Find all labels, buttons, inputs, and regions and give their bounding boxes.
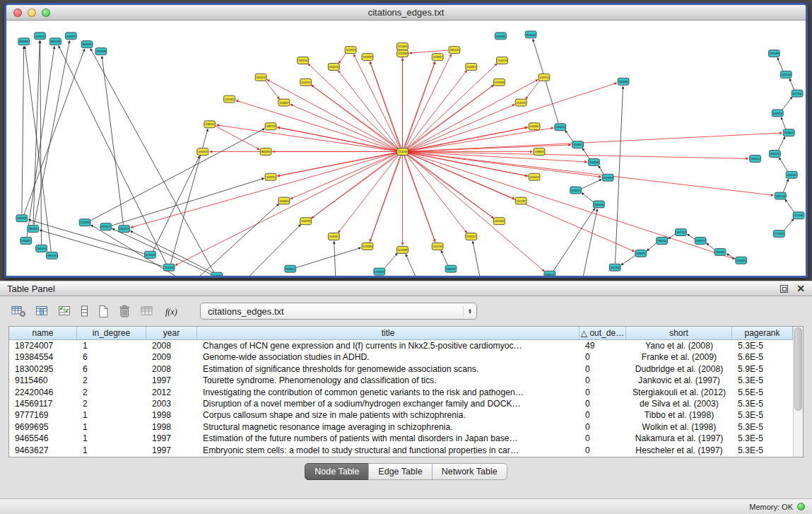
graph-node[interactable]: 20581827	[445, 265, 457, 272]
graph-node[interactable]: 20079258	[211, 272, 223, 278]
import-table-icon[interactable]	[140, 304, 155, 318]
graph-node[interactable]: 16642035	[786, 171, 797, 178]
graph-node[interactable]: 9606805	[18, 38, 30, 45]
graph-node[interactable]: 19648384	[618, 78, 629, 85]
column-header-out-de[interactable]: △ out_de…	[579, 327, 626, 340]
graph-node[interactable]: 17210345	[793, 212, 804, 219]
graph-node[interactable]: 21084697	[20, 238, 32, 245]
graph-node[interactable]: 16464213	[555, 124, 566, 131]
close-panel-icon[interactable]: ✕	[796, 284, 805, 293]
graph-node[interactable]: 19412340	[609, 264, 620, 271]
rows-icon[interactable]	[81, 304, 88, 318]
graph-node[interactable]: 10633132	[255, 74, 266, 81]
show-columns-icon[interactable]	[35, 304, 49, 318]
table-row[interactable]: 977716911998Corpus callosum shape and si…	[9, 409, 793, 421]
select-mode-icon[interactable]	[58, 304, 71, 318]
graph-node[interactable]: 10725889	[397, 246, 408, 253]
graph-node[interactable]: 21077505	[675, 229, 686, 236]
table-row[interactable]: 1938455462009Genome-wide association stu…	[9, 351, 793, 363]
graph-node[interactable]: 10441570	[328, 64, 339, 71]
graph-node[interactable]: 10196723	[35, 33, 46, 40]
table-row[interactable]: 2242004622012Investigating the contribut…	[9, 387, 793, 398]
graph-node[interactable]: 21250553	[79, 219, 90, 226]
graph-node[interactable]: 11381111	[466, 233, 477, 240]
column-header-in-degree[interactable]: in_degree	[77, 327, 146, 340]
table-selector-dropdown[interactable]: citations_edges.txt ▲▼	[200, 303, 477, 320]
graph-node[interactable]: 19412175	[119, 226, 130, 233]
graph-node[interactable]: 8679919	[602, 174, 613, 181]
graph-node[interactable]: 19730912	[570, 187, 582, 194]
graph-node[interactable]: 20663923	[16, 215, 28, 222]
graph-node[interactable]: 10206998	[95, 48, 107, 55]
graph-node[interactable]: 21061093	[163, 264, 175, 271]
graph-node[interactable]: 12140778	[496, 57, 507, 64]
column-header-pagerank[interactable]: pagerank	[732, 327, 793, 340]
graph-node[interactable]: 11870893	[362, 54, 373, 61]
graph-node[interactable]: 10587579	[265, 123, 276, 130]
graph-node[interactable]: 10430879	[65, 33, 76, 40]
graph-node[interactable]: 9862891	[260, 148, 271, 156]
graph-node[interactable]: 9861009	[50, 38, 61, 45]
graph-node[interactable]: 20591040	[36, 245, 47, 252]
graph-node[interactable]: 11090341	[328, 233, 339, 240]
graph-node[interactable]: 20360733	[695, 238, 706, 245]
graph-node[interactable]: 19905105	[47, 252, 58, 259]
network-canvas[interactable]: 1724094105886331125441912217987109734931…	[6, 21, 806, 278]
table-row[interactable]: 1872400712008Changes of HCN gene express…	[9, 340, 793, 351]
graph-node[interactable]: 12243918	[345, 47, 356, 54]
graph-node[interactable]: 19962340	[657, 238, 668, 245]
graph-node[interactable]: 8182094	[495, 33, 506, 40]
graph-node[interactable]: 9227342	[792, 90, 803, 97]
graph-node[interactable]: 21245025	[736, 257, 747, 264]
graph-node[interactable]: 19862935	[28, 226, 39, 233]
graph-node[interactable]: 11254419	[529, 173, 540, 180]
graph-node[interactable]: 1724094	[397, 148, 408, 156]
graph-node[interactable]: 9605425	[81, 41, 93, 48]
table-row[interactable]: 969969511998Structural magnetic resonanc…	[9, 421, 793, 433]
graph-node[interactable]: 11283752	[265, 173, 276, 180]
graph-node[interactable]: 20359613	[100, 223, 112, 230]
tab-edge-table[interactable]: Edge Table	[368, 463, 432, 480]
graph-node[interactable]: 12224068	[397, 50, 408, 57]
function-builder-icon[interactable]: f(x)	[164, 304, 181, 318]
graph-node[interactable]: 11459913	[466, 64, 477, 71]
graph-node[interactable]: 11926244	[298, 57, 309, 64]
graph-node[interactable]: 9136304	[525, 31, 536, 38]
tab-network-table[interactable]: Network Table	[432, 463, 507, 480]
graph-node[interactable]: 19896752	[544, 271, 555, 278]
graph-node[interactable]: 14872009	[775, 192, 786, 199]
tab-node-table[interactable]: Node Table	[305, 463, 369, 480]
graph-node[interactable]: 12504781	[300, 218, 312, 225]
graph-node[interactable]: 10090853	[278, 197, 290, 204]
graph-node[interactable]: 20869198	[593, 201, 604, 208]
graph-node[interactable]: 11158567	[278, 99, 290, 106]
graph-node[interactable]: 10553310	[197, 148, 208, 156]
graph-node[interactable]: 19089011	[285, 265, 296, 272]
table-row[interactable]: 911546021997Tourette syndrome. Phenomeno…	[9, 375, 793, 386]
graph-node[interactable]: 9154946	[588, 158, 599, 165]
graph-node[interactable]: 12116181	[515, 99, 526, 106]
graph-node[interactable]: 15958211	[750, 155, 761, 162]
column-header-short[interactable]: short	[626, 327, 732, 340]
column-header-year[interactable]: year	[146, 327, 197, 340]
graph-node[interactable]: 10732808	[494, 78, 505, 86]
graph-node[interactable]: 11381532	[204, 121, 216, 128]
graph-node[interactable]: 11437015	[539, 74, 550, 81]
graph-node[interactable]: 16261345	[780, 71, 792, 78]
graph-node[interactable]: 10588633	[534, 148, 545, 156]
graph-node[interactable]: 15048647	[783, 129, 794, 136]
create-table-icon[interactable]	[98, 304, 110, 318]
graph-node[interactable]: 12161756	[432, 243, 443, 250]
graph-node[interactable]: 9745893	[362, 243, 373, 250]
graph-node[interactable]: 11254464	[397, 43, 408, 50]
float-panel-icon[interactable]	[780, 285, 788, 293]
scrollbar-thumb[interactable]	[794, 327, 802, 411]
table-row[interactable]: 1456911722003Disruption of a novel membe…	[9, 398, 793, 409]
graph-node[interactable]: 20863923	[635, 250, 647, 257]
graph-node[interactable]: 10196691	[432, 54, 443, 61]
table-row[interactable]: 946554611997Estimation of the future num…	[9, 433, 793, 444]
graph-node[interactable]: 20732625	[144, 251, 155, 258]
graph-node[interactable]: 12007415	[300, 78, 312, 86]
table-row[interactable]: 1830029562008Estimation of significance …	[9, 363, 793, 375]
graph-node[interactable]: 15958475	[769, 151, 780, 158]
